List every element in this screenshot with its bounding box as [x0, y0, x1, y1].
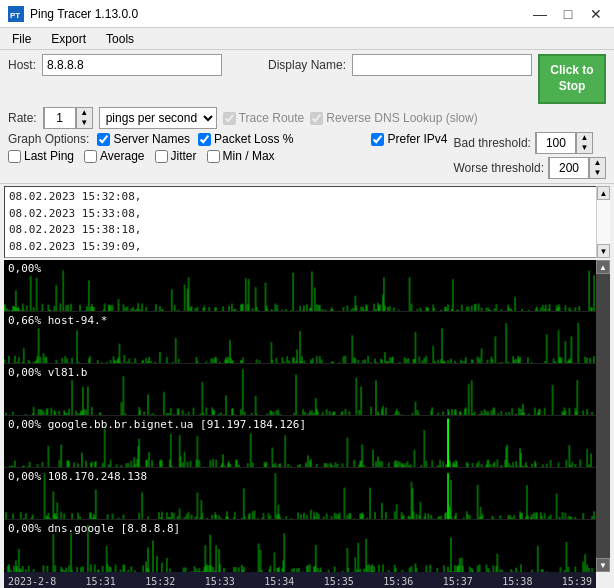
menu-export[interactable]: Export	[43, 30, 94, 47]
graph-canvas-0	[4, 260, 596, 311]
time-label-6: 15:36	[383, 576, 413, 587]
trace-route-label: Trace Route	[239, 111, 305, 125]
graphs-container: ▲ ▼ 0,00% 0,66% host-94.* 0,00% vl81.b 0…	[4, 260, 610, 572]
server-names-label[interactable]: Server Names	[97, 132, 190, 146]
threshold-section: Bad threshold: ▲ ▼ Worse threshold: ▲ ▼	[454, 132, 607, 179]
title-bar-text: Ping Tracer 1.13.0.0	[30, 7, 530, 21]
minimize-button[interactable]: —	[530, 6, 550, 22]
graph-row-3: 0,00% google.bb.br.bignet.ua [91.197.184…	[4, 416, 596, 468]
worse-threshold-down[interactable]: ▼	[589, 168, 605, 178]
time-axis-labels: 2023-2-8 15:31 15:32 15:33 15:34 15:35 1…	[8, 576, 592, 587]
graph-label-2: 0,00% vl81.b	[8, 366, 87, 379]
time-label-2: 15:32	[145, 576, 175, 587]
display-name-label: Display Name:	[268, 58, 346, 72]
trace-route-checkbox[interactable]	[223, 112, 236, 125]
prefer-ipv4-label[interactable]: Prefer IPv4	[371, 132, 447, 146]
time-label-7: 15:37	[443, 576, 473, 587]
bad-threshold-down[interactable]: ▼	[576, 143, 592, 153]
graph-label-5: 0,00% dns.google [8.8.8.8]	[8, 522, 180, 535]
graph-row-2: 0,00% vl81.b	[4, 364, 596, 416]
log-line: 08.02.2023 15:33:08,	[9, 206, 593, 223]
display-name-input[interactable]	[352, 54, 532, 76]
graph-label-4: 0,00% 108.170.248.138	[8, 470, 147, 483]
graph-scroll-up[interactable]: ▲	[596, 260, 610, 274]
rate-unit-select[interactable]: pings per second	[99, 107, 217, 129]
log-line: 08.02.2023 15:39:09,	[9, 239, 593, 256]
scroll-down-btn[interactable]: ▼	[597, 244, 610, 258]
scroll-up-btn[interactable]: ▲	[597, 186, 610, 200]
bad-threshold-spinner: ▲ ▼	[535, 132, 593, 154]
last-ping-checkbox[interactable]	[8, 150, 21, 163]
rate-up-button[interactable]: ▲	[76, 108, 92, 118]
packet-loss-checkbox[interactable]	[198, 133, 211, 146]
controls-section: Host: Display Name: Click to Stop Rate: …	[0, 50, 614, 184]
worse-threshold-spinner: ▲ ▼	[548, 157, 606, 179]
jitter-checkbox[interactable]	[155, 150, 168, 163]
time-label-8: 15:38	[502, 576, 532, 587]
time-label-5: 15:35	[324, 576, 354, 587]
rate-input[interactable]	[44, 107, 76, 129]
graph-row-5: 0,00% dns.google [8.8.8.8]	[4, 520, 596, 572]
title-bar-controls: — □ ✕	[530, 6, 606, 22]
menu-bar: File Export Tools	[0, 28, 614, 50]
scroll-track[interactable]	[597, 200, 610, 244]
click-to-stop-button[interactable]: Click to Stop	[538, 54, 606, 104]
min-max-label[interactable]: Min / Max	[207, 149, 275, 163]
worse-threshold-input[interactable]	[549, 157, 589, 179]
time-axis: 2023-2-8 15:31 15:32 15:33 15:34 15:35 1…	[4, 572, 596, 588]
close-button[interactable]: ✕	[586, 6, 606, 22]
title-bar: PT Ping Tracer 1.13.0.0 — □ ✕	[0, 0, 614, 28]
graph-label-3: 0,00% google.bb.br.bignet.ua [91.197.184…	[8, 418, 306, 431]
log-scrollbar[interactable]: ▲ ▼	[596, 186, 610, 258]
host-input[interactable]	[42, 54, 222, 76]
server-names-checkbox[interactable]	[97, 133, 110, 146]
bad-threshold-input[interactable]	[536, 132, 576, 154]
graph-label-0: 0,00%	[8, 262, 41, 275]
graph-canvas-2	[4, 364, 596, 415]
graph-row-1: 0,66% host-94.*	[4, 312, 596, 364]
reverse-dns-label: Reverse DNS Lookup (slow)	[326, 111, 477, 125]
graph-options-label: Graph Options:	[8, 132, 89, 146]
worse-threshold-label: Worse threshold:	[454, 161, 545, 175]
menu-file[interactable]: File	[4, 30, 39, 47]
trace-route-checkbox-label[interactable]: Trace Route	[223, 111, 305, 125]
log-line: 08.02.2023 15:32:08,	[9, 189, 593, 206]
graph-label-1: 0,66% host-94.*	[8, 314, 107, 327]
log-line: 08.02.2023 15:38:18,	[9, 222, 593, 239]
menu-tools[interactable]: Tools	[98, 30, 142, 47]
last-ping-label[interactable]: Last Ping	[8, 149, 74, 163]
rate-label: Rate:	[8, 111, 37, 125]
jitter-label[interactable]: Jitter	[155, 149, 197, 163]
bad-threshold-up[interactable]: ▲	[576, 133, 592, 143]
prefer-ipv4-checkbox[interactable]	[371, 133, 384, 146]
graph-row-4: 0,00% 108.170.248.138	[4, 468, 596, 520]
time-label-3: 15:33	[205, 576, 235, 587]
app-icon: PT	[8, 6, 24, 22]
time-label-0: 2023-2-8	[8, 576, 56, 587]
graph-scroll-track[interactable]	[596, 274, 610, 558]
time-label-4: 15:34	[264, 576, 294, 587]
rate-down-button[interactable]: ▼	[76, 118, 92, 128]
reverse-dns-checkbox[interactable]	[310, 112, 323, 125]
average-label[interactable]: Average	[84, 149, 144, 163]
packet-loss-label[interactable]: Packet Loss %	[198, 132, 293, 146]
reverse-dns-checkbox-label[interactable]: Reverse DNS Lookup (slow)	[310, 111, 477, 125]
bad-threshold-label: Bad threshold:	[454, 136, 531, 150]
maximize-button[interactable]: □	[558, 6, 578, 22]
svg-text:PT: PT	[10, 11, 20, 20]
min-max-checkbox[interactable]	[207, 150, 220, 163]
worse-threshold-up[interactable]: ▲	[589, 158, 605, 168]
time-label-9: 15:39	[562, 576, 592, 587]
rate-spinner: ▲ ▼	[43, 107, 93, 129]
graph-scroll-down[interactable]: ▼	[596, 558, 610, 572]
host-label: Host:	[8, 58, 36, 72]
graph-row-0: 0,00%	[4, 260, 596, 312]
time-label-1: 15:31	[86, 576, 116, 587]
average-checkbox[interactable]	[84, 150, 97, 163]
log-area[interactable]: 08.02.2023 15:32:08, 08.02.2023 15:33:08…	[4, 186, 610, 258]
